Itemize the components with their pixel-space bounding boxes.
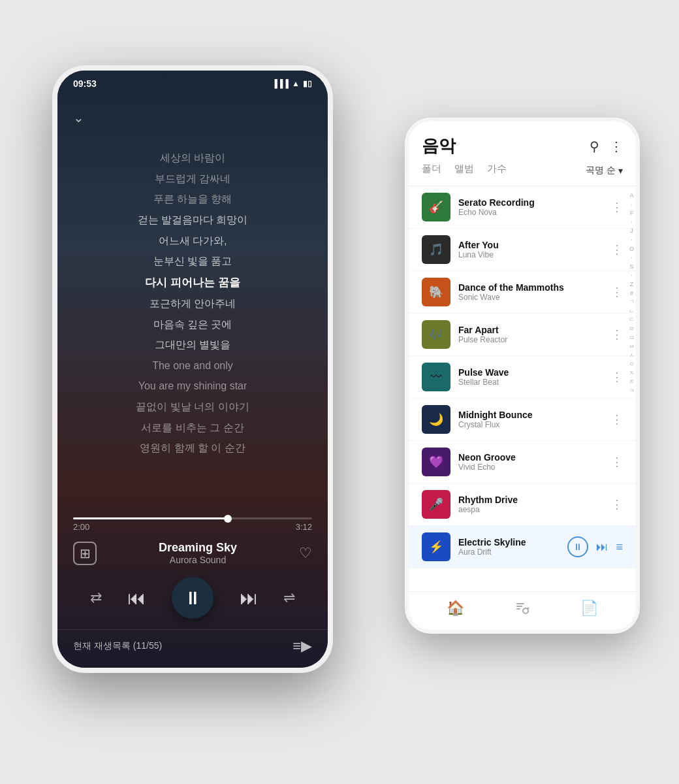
song-item-rhythm[interactable]: 🎤 Rhythm Drive aespa ⋮ [409, 483, 636, 526]
lyric-line-13: 끝없이 빛날 너의 이야기 [136, 399, 249, 416]
alpha-ng[interactable]: ㅇ [629, 360, 635, 368]
mini-pause-button[interactable]: ⏸ [567, 536, 588, 557]
alpha-m[interactable]: ㅁ [629, 334, 635, 342]
lyric-line-4: 걷는 발걸음마다 희망이 [138, 212, 248, 229]
song-details-rhythm: Rhythm Drive aespa [458, 495, 603, 514]
current-time: 2:00 [73, 522, 89, 532]
alpha-s[interactable]: S [629, 263, 633, 271]
alpha-z[interactable]: Z [630, 280, 634, 289]
song-title-electric: Electric Skyline [458, 537, 560, 547]
lyric-line-11: The one and only [152, 357, 233, 374]
song-item-serato[interactable]: 🎸 Serato Recording Echo Nova ⋮ [409, 186, 636, 229]
song-list[interactable]: 🎸 Serato Recording Echo Nova ⋮ 🎵 After Y… [409, 186, 636, 591]
alphabet-index[interactable]: A · F · J · O · S · Z # ㄱ ㄴ ㄷ ㄹ ㅁ ㅂ ㅅ ㅇ [629, 186, 635, 400]
alpha-ch[interactable]: ㅊ [629, 378, 635, 386]
more-button-neon[interactable]: ⋮ [611, 455, 623, 469]
lyric-line-12: You are my shining star [138, 378, 247, 395]
more-button-mammoths[interactable]: ⋮ [611, 285, 623, 299]
album-art-electric: ⚡ [422, 532, 450, 561]
song-details-serato: Serato Recording Echo Nova [458, 197, 603, 217]
tab-group: 폴더 앨범 가수 [422, 163, 507, 178]
tab-artist[interactable]: 가수 [487, 163, 507, 178]
alpha-g[interactable]: ㄱ [629, 298, 635, 306]
bottom-bar-left: 현재 재생목록 (11/55) ≡▶ [57, 629, 328, 668]
add-to-playlist-button[interactable]: ⊞ [73, 542, 97, 565]
album-art-serato: 🎸 [422, 193, 450, 221]
alpha-f[interactable]: F [630, 209, 634, 218]
more-button-rhythm[interactable]: ⋮ [611, 497, 623, 512]
search-icon[interactable]: ⚲ [590, 139, 599, 154]
lyric-line-9: 마음속 깊은 곳에 [153, 316, 232, 333]
song-details-afteryou: After You Luna Vibe [458, 240, 603, 259]
alpha-a[interactable]: A [629, 191, 633, 200]
svg-rect-0 [516, 603, 524, 604]
alpha-ss[interactable]: ㅅ [629, 351, 635, 360]
tab-album[interactable]: 앨범 [454, 163, 474, 178]
nav-music[interactable] [514, 600, 530, 616]
album-art-farapart: 🎶 [422, 320, 450, 349]
song-details-farapart: Far Apart Pulse Reactor [458, 325, 603, 344]
song-artist-afteryou: Luna Vibe [458, 250, 603, 259]
more-button-afteryou[interactable]: ⋮ [611, 242, 623, 257]
more-button-midnight[interactable]: ⋮ [611, 412, 623, 427]
more-button-farapart[interactable]: ⋮ [611, 327, 623, 342]
song-title-rhythm: Rhythm Drive [458, 495, 603, 505]
lyric-line-8: 포근하게 안아주네 [150, 295, 236, 312]
lyric-line-2: 부드럽게 감싸네 [155, 171, 230, 188]
alpha-k[interactable]: ㅋ [629, 387, 635, 395]
alpha-dot1: · [631, 201, 633, 209]
nav-home[interactable]: 🏠 [447, 600, 464, 617]
progress-track[interactable] [73, 517, 312, 519]
song-item-afteryou[interactable]: 🎵 After You Luna Vibe ⋮ [409, 229, 636, 271]
wifi-icon: ▲ [292, 79, 300, 88]
progress-area[interactable]: 2:00 3:12 [57, 512, 328, 537]
alpha-o[interactable]: O [629, 245, 634, 253]
alpha-r[interactable]: ㄹ [629, 325, 635, 333]
song-item-mammoths[interactable]: 🐘 Dance of the Mammoths Sonic Wave ⋮ [409, 271, 636, 314]
album-art-rhythm: 🎤 [422, 490, 450, 519]
lyric-line-15: 영원히 함께 할 이 순간 [140, 440, 245, 457]
previous-button[interactable]: ⏮ [127, 587, 146, 609]
svg-rect-2 [516, 608, 520, 610]
playlist-icon[interactable]: ≡▶ [292, 638, 312, 655]
song-item-electric[interactable]: ⚡ Electric Skyline Aura Drift ⏸ ⏭ ≡ [409, 526, 636, 568]
tab-folder[interactable]: 폴더 [422, 163, 441, 178]
mini-next-button[interactable]: ⏭ [596, 540, 608, 554]
album-art-mammoths: 🐘 [422, 278, 450, 306]
play-pause-button[interactable]: ⏸ [172, 577, 213, 619]
signal-icon: ▐▐▐ [272, 79, 289, 88]
status-bar-left: 09:53 ▐▐▐ ▲ ▮▯ [57, 71, 328, 94]
alpha-hash[interactable]: # [630, 289, 633, 298]
more-options-icon[interactable]: ⋮ [610, 139, 623, 154]
song-artist-neon: Vivid Echo [458, 463, 603, 472]
alpha-b[interactable]: ㅂ [629, 342, 635, 351]
favorite-button[interactable]: ♡ [299, 545, 312, 562]
add-icon: ⊞ [80, 546, 91, 561]
alpha-j[interactable]: J [630, 227, 633, 235]
sort-button[interactable]: 곡명 순 ▾ [586, 165, 623, 176]
next-button[interactable]: ⏭ [240, 587, 258, 609]
more-button-serato[interactable]: ⋮ [611, 200, 623, 214]
song-artist-serato: Echo Nova [458, 208, 603, 217]
more-button-pulsewave[interactable]: ⋮ [611, 370, 623, 384]
shuffle-button[interactable]: ⇌ [283, 589, 295, 606]
song-title-afteryou: After You [458, 240, 603, 250]
song-item-pulsewave[interactable]: 〰 Pulse Wave Stellar Beat ⋮ [409, 356, 636, 399]
song-item-neon[interactable]: 💜 Neon Groove Vivid Echo ⋮ [409, 441, 636, 483]
nav-documents[interactable]: 📄 [580, 600, 598, 617]
song-artist-farapart: Pulse Reactor [458, 335, 603, 344]
music-library-title: 음악 [422, 135, 456, 157]
total-time: 3:12 [296, 522, 312, 532]
right-header: 음악 ⚲ ⋮ [409, 122, 636, 163]
alpha-d[interactable]: ㄷ [629, 316, 635, 324]
song-item-farapart[interactable]: 🎶 Far Apart Pulse Reactor ⋮ [409, 314, 636, 356]
mini-queue-button[interactable]: ≡ [616, 540, 623, 554]
lyric-line-1: 세상의 바람이 [160, 150, 225, 167]
song-item-midnight[interactable]: 🌙 Midnight Bounce Crystal Flux ⋮ [409, 399, 636, 441]
alpha-j2[interactable]: ㅈ [629, 369, 635, 378]
song-details-midnight: Midnight Bounce Crystal Flux [458, 410, 603, 429]
alpha-n[interactable]: ㄴ [629, 307, 635, 316]
chevron-down-icon[interactable]: ⌄ [73, 110, 84, 125]
repeat-button[interactable]: ⇄ [90, 589, 102, 606]
song-title: Dreaming Sky [159, 541, 237, 555]
